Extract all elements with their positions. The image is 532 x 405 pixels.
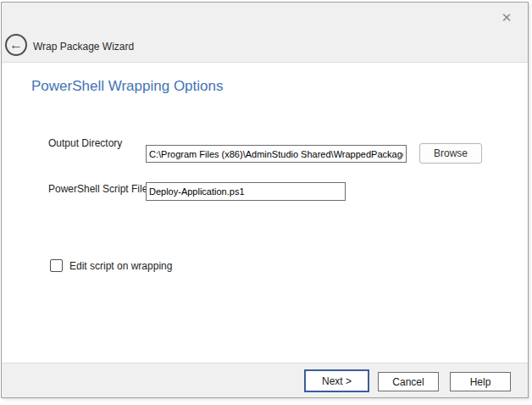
dialog-footer: Next > Cancel Help [2, 363, 528, 397]
help-button-label: Help [470, 376, 491, 388]
close-button[interactable]: ✕ [496, 8, 517, 28]
edit-script-checkbox[interactable] [50, 259, 63, 272]
close-icon: ✕ [502, 10, 513, 25]
browse-button[interactable]: Browse [419, 143, 482, 164]
page-title: PowerShell Wrapping Options [31, 78, 223, 95]
wizard-dialog: Next > Cancel Help ✕ ← Wrap Package Wiza… [1, 2, 529, 398]
back-arrow-icon: ← [9, 38, 23, 52]
output-directory-input[interactable] [146, 145, 407, 163]
next-button-label: Next > [322, 375, 352, 387]
page: Next > Cancel Help ✕ ← Wrap Package Wiza… [0, 0, 532, 405]
output-directory-label: Output Directory [48, 137, 122, 149]
wizard-title: Wrap Package Wizard [33, 41, 134, 53]
browse-button-label: Browse [434, 147, 468, 159]
dialog-header [2, 3, 528, 63]
back-button[interactable]: ← [5, 34, 27, 56]
script-file-label: PowerShell Script File [48, 183, 147, 195]
help-button[interactable]: Help [450, 372, 511, 391]
next-button[interactable]: Next > [304, 369, 369, 392]
script-file-input[interactable] [146, 182, 346, 201]
cancel-button[interactable]: Cancel [378, 372, 439, 391]
cancel-button-label: Cancel [392, 376, 424, 388]
edit-script-checkbox-label: Edit script on wrapping [69, 260, 172, 272]
